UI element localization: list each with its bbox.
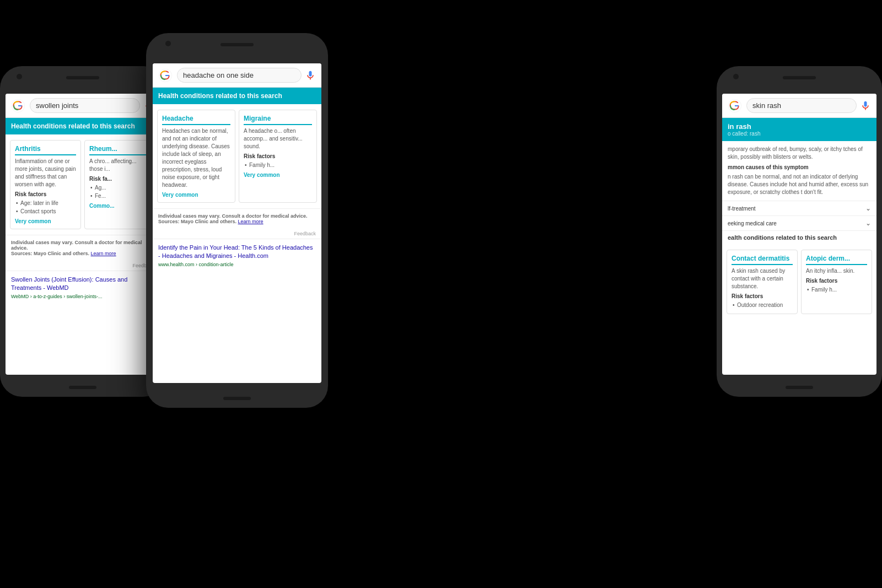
causes-description: n rash can be normal, and not an indicat… <box>728 173 871 196</box>
search-result-center[interactable]: Identify the Pain in Your Head: The 5 Ki… <box>153 239 321 272</box>
rheum-desc: A chro... affecting... those i... <box>89 158 150 173</box>
sources-label-center: Sources: <box>158 219 180 224</box>
rash-description: mporary outbreak of red, bumpy, scaly, o… <box>728 145 871 161</box>
migraine-risk-list: Family h... <box>244 161 312 169</box>
camera-center <box>165 41 171 46</box>
speaker-right <box>783 76 816 79</box>
result-title-left[interactable]: Swollen Joints (Joint Effusion): Causes … <box>11 276 154 293</box>
arthritis-card[interactable]: Arthritis Inflammation of one or more jo… <box>10 140 81 229</box>
risk-item: Age: later in life <box>15 199 76 207</box>
seeking-care-row[interactable]: eeking medical care ⌄ <box>722 215 876 230</box>
speaker-center <box>220 43 254 46</box>
risk-item: Ag... <box>89 184 150 192</box>
contact-dermatitis-card[interactable]: Contact dermatitis A skin rash caused by… <box>727 250 798 314</box>
google-logo-left <box>11 99 25 113</box>
home-button-right[interactable] <box>786 386 813 389</box>
contact-risk-title: Risk factors <box>732 293 793 299</box>
result-url-left: WebMD › a-to-z-guides › swollen-joints-.… <box>11 294 154 299</box>
google-logo-center <box>158 68 173 83</box>
result-title-center[interactable]: Identify the Pain in Your Head: The 5 Ki… <box>158 244 316 261</box>
atopic-derm-card[interactable]: Atopic derm... An itchy infla... skin. R… <box>801 250 872 314</box>
speaker-left <box>66 76 99 79</box>
risk-item: Fe... <box>89 192 150 200</box>
common-causes-title: mmon causes of this symptom <box>728 164 871 171</box>
risk-item: Family h... <box>244 161 312 169</box>
arthritis-frequency: Very common <box>15 218 76 224</box>
cards-row-left: Arthritis Inflammation of one or more jo… <box>6 134 160 235</box>
migraine-risk-title: Risk factors <box>244 153 312 159</box>
seeking-care-label: eeking medical care <box>728 220 777 226</box>
feedback-center[interactable]: Feedback <box>153 229 321 239</box>
rash-content: mporary outbreak of red, bumpy, scaly, o… <box>722 141 876 201</box>
disclaimer-left: Individual cases may vary. Consult a doc… <box>6 235 160 261</box>
arthritis-desc: Inflammation of one or more joints, caus… <box>15 158 76 188</box>
screen-right: skin rash in rash o called: rash mporary… <box>722 94 876 375</box>
self-treatment-row[interactable]: lf-treatment ⌄ <box>722 201 876 215</box>
atopic-risk-title: Risk factors <box>806 278 867 284</box>
camera-left <box>17 74 22 79</box>
mic-icon-right[interactable] <box>860 100 871 111</box>
search-bar-center[interactable]: headache on one side <box>153 63 321 88</box>
cards-row-right: Contact dermatitis A skin rash caused by… <box>722 244 876 320</box>
arthritis-name: Arthritis <box>15 145 76 155</box>
risk-item: Contact sports <box>15 207 76 215</box>
headache-name: Headache <box>162 115 230 125</box>
sources-text-center: Mayo Clinic and others. <box>181 219 236 224</box>
search-bar-right[interactable]: skin rash <box>722 94 876 118</box>
rheum-risk-title: Risk fa... <box>89 176 150 182</box>
rheum-frequency: Commo... <box>89 203 150 209</box>
feedback-left[interactable]: Feedback <box>6 261 160 271</box>
search-input-right[interactable]: skin rash <box>746 98 857 113</box>
rheum-risk-list: Ag... Fe... <box>89 184 150 200</box>
search-result-left[interactable]: Swollen Joints (Joint Effusion): Causes … <box>6 271 160 304</box>
search-input-center[interactable]: headache on one side <box>177 68 302 83</box>
atopic-derm-desc: An itchy infla... skin. <box>806 267 867 275</box>
skin-rash-title: in rash <box>728 122 871 131</box>
risk-item: Outdoor recreation <box>732 301 793 309</box>
home-button-center[interactable] <box>223 397 251 400</box>
screen-center: headache on one side Health conditions r… <box>153 63 321 383</box>
skin-rash-section: in rash o called: rash <box>722 118 876 141</box>
headache-desc: Headaches can be normal, and not an indi… <box>162 127 230 189</box>
headache-card[interactable]: Headache Headaches can be normal, and no… <box>157 110 235 203</box>
migraine-card[interactable]: Migraine A headache o... often accomp...… <box>239 110 317 203</box>
phone-right: skin rash in rash o called: rash mporary… <box>717 66 882 397</box>
sources-text-left: Mayo Clinic and others. <box>34 251 89 256</box>
migraine-name: Migraine <box>244 115 312 125</box>
result-url-center: www.health.com › condition-article <box>158 262 316 267</box>
camera-right <box>733 74 739 79</box>
rheum-card[interactable]: Rheum... A chro... affecting... those i.… <box>84 140 155 229</box>
health-banner-left: Health conditions related to this search <box>6 118 160 134</box>
health-banner-center: Health conditions related to this search <box>153 88 321 104</box>
skin-rash-subtitle: o called: rash <box>728 131 871 137</box>
contact-dermatitis-desc: A skin rash caused by contact with a cer… <box>732 267 793 290</box>
chevron-seeking-care: ⌄ <box>865 219 871 227</box>
arthritis-risk-list: Age: later in life Contact sports <box>15 199 76 215</box>
screen-left: swollen joints Health conditions related… <box>6 94 160 375</box>
risk-item: Family h... <box>806 285 867 294</box>
google-logo-right <box>728 99 742 113</box>
migraine-frequency: Very common <box>244 172 312 178</box>
search-input-left[interactable]: swollen joints <box>30 98 140 113</box>
self-treatment-label: lf-treatment <box>728 206 756 212</box>
home-button-left[interactable] <box>69 386 96 389</box>
rheum-name: Rheum... <box>89 145 150 155</box>
related-conditions-title: ealth conditions related to this search <box>722 230 876 244</box>
learn-more-center[interactable]: Learn more <box>238 219 263 224</box>
phone-center: headache on one side Health conditions r… <box>146 33 328 408</box>
disclaimer-center: Individual cases may vary. Consult a doc… <box>153 208 321 229</box>
headache-frequency: Very common <box>162 192 230 198</box>
contact-dermatitis-name: Contact dermatitis <box>732 255 793 265</box>
mic-icon-center[interactable] <box>305 70 316 81</box>
sources-label-left: Sources: <box>11 251 33 256</box>
chevron-self-treatment: ⌄ <box>865 204 871 212</box>
contact-risk-list: Outdoor recreation <box>732 301 793 309</box>
phone-left: swollen joints Health conditions related… <box>0 66 165 397</box>
migraine-desc: A headache o... often accomp... and sens… <box>244 127 312 150</box>
arthritis-risk-title: Risk factors <box>15 191 76 197</box>
cards-row-center: Headache Headaches can be normal, and no… <box>153 104 321 208</box>
learn-more-left[interactable]: Learn more <box>91 251 116 256</box>
search-bar-left[interactable]: swollen joints <box>6 94 160 118</box>
atopic-derm-name: Atopic derm... <box>806 255 867 265</box>
atopic-risk-list: Family h... <box>806 285 867 294</box>
